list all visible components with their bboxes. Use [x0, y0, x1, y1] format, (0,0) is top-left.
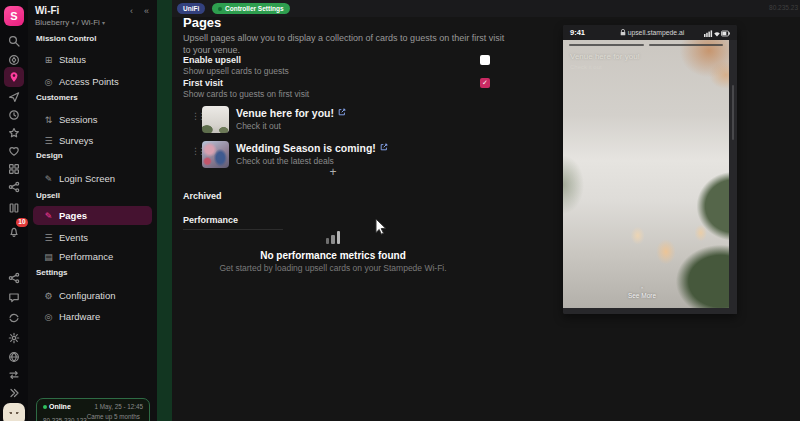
brand-divider [157, 0, 172, 421]
sidebar-item-status[interactable]: ⊞ Status [33, 50, 152, 69]
send-icon[interactable] [4, 87, 24, 107]
share-icon[interactable] [4, 177, 24, 197]
upsell-preview-image: Venue here for you! Check it out ⌃See Mo… [563, 40, 729, 308]
card-title[interactable]: Venue here for you! [236, 107, 346, 119]
enable-upsell-checkbox[interactable] [480, 55, 490, 65]
sidebar-item-sessions[interactable]: ⇅ Sessions [33, 110, 152, 129]
columns-icon[interactable] [4, 198, 24, 218]
first-visit-checkbox[interactable]: ✓ [480, 78, 490, 88]
card-title[interactable]: Wedding Season is coming! [236, 142, 388, 154]
gear-icon[interactable] [4, 328, 24, 348]
transfer-arrows-icon[interactable] [4, 365, 24, 385]
star-icon[interactable] [4, 123, 24, 143]
sidebar-item-surveys[interactable]: ☰ Surveys [33, 131, 152, 150]
status-uptime: Came up 5 months ago [87, 413, 143, 421]
sidebar-item-label: Login Screen [59, 173, 115, 184]
sidebar-item-label: Pages [59, 210, 87, 221]
sidebar-item-hardware[interactable]: ◎ Hardware [33, 307, 152, 326]
section-customers: Customers [36, 93, 78, 102]
enable-upsell-sub: Show upsell cards to guests [183, 66, 289, 76]
pen-icon: ✎ [42, 174, 55, 184]
card-thumbnail [202, 141, 229, 168]
sidebar-item-pages[interactable]: ✎ Pages [33, 206, 152, 225]
clock-icon[interactable] [4, 105, 24, 125]
heart-icon[interactable] [4, 141, 24, 161]
breadcrumb-separator: / [77, 18, 79, 27]
phone-bottom-bezel [563, 308, 737, 314]
chat-icon[interactable] [4, 288, 24, 308]
topbar-ip: 80.235.23 [769, 4, 798, 11]
story-progress-bars [569, 44, 723, 46]
sidebar-title: Wi-Fi [35, 5, 59, 16]
sidebar-item-label: Configuration [59, 290, 116, 301]
online-status: Online [43, 403, 71, 410]
network-globe-icon[interactable] [4, 347, 24, 367]
notifications-bell-icon[interactable]: 10 [4, 222, 24, 242]
status-ip: 80.235.230.123 [43, 417, 87, 421]
preview-card-title: Venue here for you! [570, 52, 640, 61]
sessions-icon: ⇅ [42, 115, 55, 125]
empty-state-subtitle: Get started by loading upsell cards on y… [173, 263, 493, 273]
sidebar-item-events[interactable]: ☰ Events [33, 228, 152, 247]
icon-rail: S 10 [0, 0, 28, 421]
section-upsell: Upsell [36, 191, 60, 200]
breadcrumb-org[interactable]: Blueberry [35, 18, 69, 27]
surveys-icon: ☰ [42, 136, 55, 146]
collapse-left-icon[interactable]: ‹ [130, 7, 133, 16]
archived-section-header[interactable]: Archived [183, 191, 222, 201]
section-mission-control: Mission Control [36, 34, 96, 43]
card-thumbnail [202, 106, 229, 133]
phone-address-bar: upsell.stampede.ai [604, 29, 700, 36]
empty-state-title: No performance metrics found [183, 250, 483, 261]
sidebar: Wi-Fi Blueberry ▾ / Wi-Fi ▾ ‹ « Mission … [28, 0, 157, 421]
integrations-icon[interactable] [4, 268, 24, 288]
controller-settings-badge[interactable]: Controller Settings [212, 3, 290, 14]
see-more-link: ⌃See More [563, 287, 721, 299]
app-window: S 10 Wi-Fi Blueberry ▾ / Wi-Fi ▾ [0, 0, 800, 421]
sidebar-item-label: Performance [59, 251, 113, 262]
green-dot-icon [218, 7, 222, 11]
upsell-card-row[interactable]: ⋮⋮ Venue here for you! Check it out [183, 105, 483, 135]
report-icon: ▤ [42, 252, 55, 262]
add-card-button[interactable]: + [323, 165, 343, 179]
status-datetime: 1 May, 25 - 12:45 [94, 403, 143, 410]
enable-upsell-label: Enable upsell [183, 55, 241, 65]
router-status-card[interactable]: Online 1 May, 25 - 12:45 80.235.230.123 … [36, 398, 150, 421]
sidebar-item-label: Hardware [59, 311, 100, 322]
integration-topbar: UniFi Controller Settings 80.235.23 [172, 0, 800, 17]
breadcrumb-section[interactable]: Wi-Fi [81, 18, 100, 27]
card-subtitle: Check it out [236, 121, 281, 131]
status-grid-icon: ⊞ [42, 55, 55, 65]
chevron-up-icon: ⌃ [563, 287, 721, 291]
intercom-avatar-icon[interactable] [3, 403, 25, 421]
sidebar-item-label: Surveys [59, 135, 93, 146]
sidebar-item-access-points[interactable]: ◎ Access Points [33, 72, 152, 91]
sidebar-item-label: Events [59, 232, 88, 243]
section-design: Design [36, 151, 63, 160]
list-icon: ☰ [42, 233, 55, 243]
first-visit-label: First visit [183, 78, 223, 88]
unifi-badge[interactable]: UniFi [177, 3, 205, 14]
card-subtitle: Check out the latest deals [236, 156, 334, 166]
phone-scrollbar-thumb[interactable] [732, 85, 734, 140]
phone-scrollbar-track[interactable] [729, 40, 737, 314]
chevron-down-icon: ▾ [102, 20, 105, 26]
sidebar-item-configuration[interactable]: ⚙ Configuration [33, 286, 152, 305]
collapse-all-icon[interactable]: « [144, 7, 149, 16]
expand-rail-icon[interactable] [4, 383, 24, 403]
location-pin-icon[interactable] [4, 67, 24, 87]
gear-icon: ⚙ [42, 291, 55, 301]
sync-icon[interactable] [4, 308, 24, 328]
sidebar-item-label: Access Points [59, 76, 119, 87]
sidebar-item-login-screen[interactable]: ✎ Login Screen [33, 169, 152, 188]
search-icon[interactable] [4, 31, 24, 51]
first-visit-sub: Show cards to guests on first visit [183, 89, 309, 99]
notification-count-badge: 10 [16, 218, 28, 227]
apps-icon[interactable] [4, 159, 24, 179]
online-dot-icon [43, 405, 47, 409]
breadcrumb: Blueberry ▾ / Wi-Fi ▾ [35, 18, 105, 27]
sidebar-item-performance[interactable]: ▤ Performance [33, 247, 152, 266]
stampede-logo-icon[interactable]: S [4, 6, 24, 26]
phone-time: 9:41 [570, 28, 604, 37]
section-settings: Settings [36, 268, 68, 277]
